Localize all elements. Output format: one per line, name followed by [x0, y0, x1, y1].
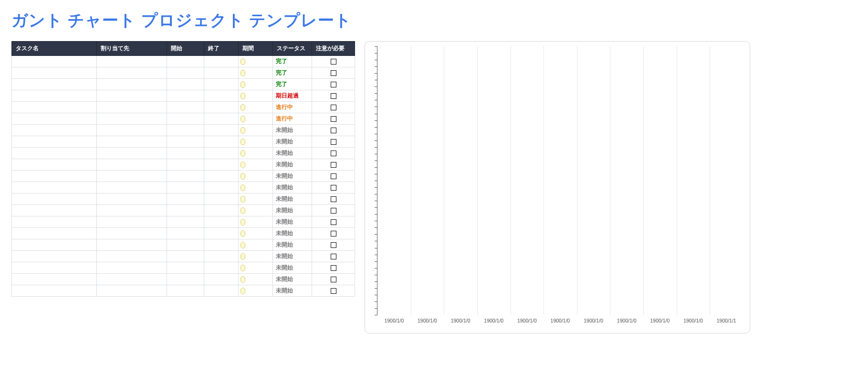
cell-end[interactable] — [204, 239, 239, 251]
cell-taskname[interactable] — [12, 113, 97, 125]
cell-start[interactable] — [167, 216, 204, 228]
cell-taskname[interactable] — [12, 90, 97, 102]
cell-assignee[interactable] — [96, 228, 167, 239]
cell-start[interactable] — [167, 285, 204, 297]
cell-start[interactable] — [167, 67, 204, 79]
cell-end[interactable] — [204, 113, 239, 125]
cell-taskname[interactable] — [12, 216, 97, 228]
cell-assignee[interactable] — [96, 171, 167, 182]
cell-duration[interactable] — [239, 205, 273, 216]
cell-attention[interactable] — [312, 56, 355, 67]
cell-taskname[interactable] — [12, 136, 97, 148]
cell-assignee[interactable] — [96, 56, 167, 67]
cell-end[interactable] — [204, 193, 239, 205]
cell-assignee[interactable] — [96, 159, 167, 171]
cell-assignee[interactable] — [96, 262, 167, 274]
cell-duration[interactable] — [239, 136, 273, 148]
cell-status[interactable]: 未開始 — [273, 216, 312, 228]
cell-end[interactable] — [204, 274, 239, 285]
cell-duration[interactable] — [239, 90, 273, 102]
cell-end[interactable] — [204, 159, 239, 171]
cell-status[interactable]: 未開始 — [273, 262, 312, 274]
cell-attention[interactable] — [312, 136, 355, 148]
cell-assignee[interactable] — [96, 205, 167, 216]
cell-duration[interactable] — [239, 216, 273, 228]
cell-taskname[interactable] — [12, 67, 97, 79]
cell-attention[interactable] — [312, 274, 355, 285]
cell-duration[interactable] — [239, 102, 273, 113]
checkbox-icon[interactable] — [331, 105, 336, 110]
cell-attention[interactable] — [312, 262, 355, 274]
cell-start[interactable] — [167, 205, 204, 216]
cell-duration[interactable] — [239, 113, 273, 125]
cell-end[interactable] — [204, 285, 239, 297]
cell-duration[interactable] — [239, 193, 273, 205]
cell-end[interactable] — [204, 182, 239, 193]
cell-start[interactable] — [167, 90, 204, 102]
cell-duration[interactable] — [239, 251, 273, 262]
cell-attention[interactable] — [312, 251, 355, 262]
cell-taskname[interactable] — [12, 205, 97, 216]
cell-status[interactable]: 未開始 — [273, 148, 312, 159]
cell-duration[interactable] — [239, 239, 273, 251]
cell-taskname[interactable] — [12, 102, 97, 113]
cell-attention[interactable] — [312, 148, 355, 159]
cell-assignee[interactable] — [96, 251, 167, 262]
cell-duration[interactable] — [239, 262, 273, 274]
cell-status[interactable]: 期日超過 — [273, 90, 312, 102]
cell-taskname[interactable] — [12, 171, 97, 182]
checkbox-icon[interactable] — [331, 116, 336, 122]
cell-attention[interactable] — [312, 239, 355, 251]
cell-assignee[interactable] — [96, 90, 167, 102]
cell-end[interactable] — [204, 136, 239, 148]
cell-duration[interactable] — [239, 159, 273, 171]
cell-taskname[interactable] — [12, 125, 97, 136]
cell-status[interactable]: 完了 — [273, 79, 312, 90]
cell-start[interactable] — [167, 102, 204, 113]
cell-attention[interactable] — [312, 67, 355, 79]
cell-attention[interactable] — [312, 159, 355, 171]
checkbox-icon[interactable] — [331, 208, 336, 214]
checkbox-icon[interactable] — [331, 139, 336, 145]
cell-end[interactable] — [204, 56, 239, 67]
cell-attention[interactable] — [312, 205, 355, 216]
cell-assignee[interactable] — [96, 136, 167, 148]
cell-duration[interactable] — [239, 285, 273, 297]
cell-start[interactable] — [167, 56, 204, 67]
cell-end[interactable] — [204, 262, 239, 274]
cell-start[interactable] — [167, 228, 204, 239]
cell-taskname[interactable] — [12, 56, 97, 67]
checkbox-icon[interactable] — [331, 128, 336, 133]
cell-duration[interactable] — [239, 56, 273, 67]
cell-attention[interactable] — [312, 193, 355, 205]
cell-taskname[interactable] — [12, 228, 97, 239]
cell-end[interactable] — [204, 79, 239, 90]
cell-taskname[interactable] — [12, 79, 97, 90]
cell-assignee[interactable] — [96, 193, 167, 205]
cell-assignee[interactable] — [96, 79, 167, 90]
cell-duration[interactable] — [239, 67, 273, 79]
cell-end[interactable] — [204, 148, 239, 159]
cell-status[interactable]: 未開始 — [273, 182, 312, 193]
cell-assignee[interactable] — [96, 216, 167, 228]
cell-duration[interactable] — [239, 171, 273, 182]
cell-start[interactable] — [167, 148, 204, 159]
cell-status[interactable]: 進行中 — [273, 102, 312, 113]
cell-duration[interactable] — [239, 148, 273, 159]
checkbox-icon[interactable] — [331, 162, 336, 168]
cell-assignee[interactable] — [96, 182, 167, 193]
cell-start[interactable] — [167, 239, 204, 251]
cell-assignee[interactable] — [96, 102, 167, 113]
cell-duration[interactable] — [239, 228, 273, 239]
cell-attention[interactable] — [312, 285, 355, 297]
cell-end[interactable] — [204, 90, 239, 102]
checkbox-icon[interactable] — [331, 185, 336, 191]
cell-status[interactable]: 完了 — [273, 67, 312, 79]
checkbox-icon[interactable] — [331, 219, 336, 225]
cell-attention[interactable] — [312, 102, 355, 113]
cell-taskname[interactable] — [12, 274, 97, 285]
cell-taskname[interactable] — [12, 159, 97, 171]
cell-start[interactable] — [167, 113, 204, 125]
cell-status[interactable]: 未開始 — [273, 285, 312, 297]
cell-taskname[interactable] — [12, 182, 97, 193]
